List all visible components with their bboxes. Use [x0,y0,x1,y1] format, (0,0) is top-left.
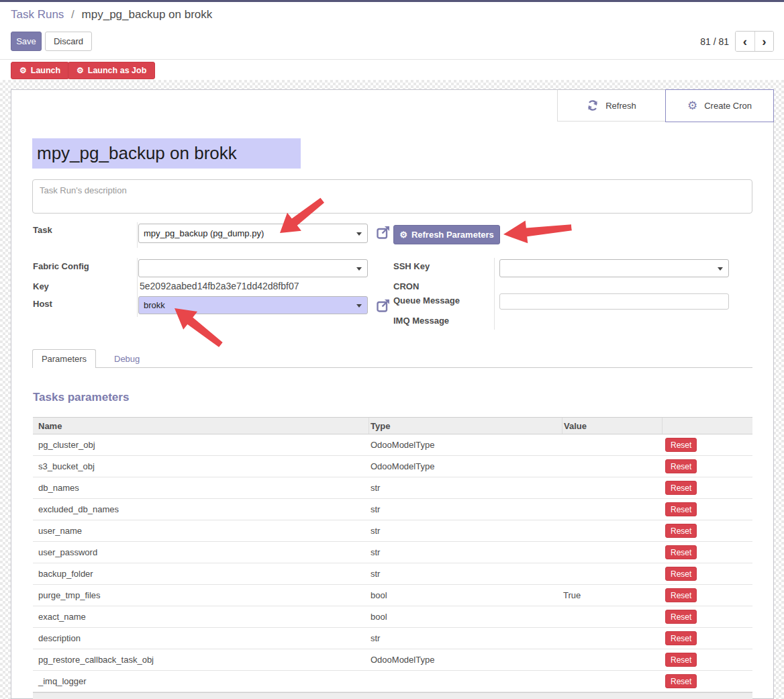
key-field-label: Key [33,281,49,291]
column-header-name[interactable]: Name [33,418,369,434]
table-row: exact_name bool Reset [33,606,752,628]
top-brand-strip [0,0,784,2]
breadcrumb: Task Runs / mpy_pg_backup on brokk [11,8,212,21]
host-select[interactable]: brokk [138,296,368,314]
parameter-name: purge_tmp_files [33,585,369,606]
launch-button[interactable]: ⚙ Launch [11,62,69,79]
parameter-name: user_password [33,542,369,563]
parameter-type [369,671,562,692]
reset-button[interactable]: Reset [665,610,697,624]
column-header-type[interactable]: Type [369,418,562,434]
chevron-right-icon: › [762,34,766,49]
external-link-icon[interactable] [377,299,390,312]
parameter-value [562,649,662,670]
task-select-value: mpy_pg_backup (pg_dump.py) [144,228,264,238]
gear-icon: ⚙ [687,99,697,113]
table-row: description str Reset [33,628,752,649]
pager-buttons: ‹ › [735,31,774,52]
reset-button[interactable]: Reset [665,567,697,581]
caret-down-icon [718,267,723,271]
toolbar-divider [0,59,784,60]
reset-button[interactable]: Reset [665,481,697,495]
parameter-value [562,563,662,584]
parameter-value: True [562,585,662,606]
breadcrumb-parent-link[interactable]: Task Runs [11,8,64,21]
refresh-parameters-button[interactable]: ⚙ Refresh Parameters [393,225,500,244]
parameter-name: s3_bucket_obj [33,456,369,477]
reset-button[interactable]: Reset [665,674,697,688]
queue-message-input[interactable] [499,293,729,310]
table-row: pg_restore_callback_task_obj OdooModelTy… [33,649,752,671]
parameter-type: bool [369,606,562,627]
imq-message-field-label: IMQ Message [393,316,449,326]
caret-down-icon [356,304,362,308]
parameter-name: _imq_logger [33,671,369,692]
breadcrumb-separator: / [71,8,75,21]
parameter-type: OdooModelType [369,434,562,455]
parameter-value [562,606,662,627]
pager-prev-button[interactable]: ‹ [736,32,754,51]
reset-button[interactable]: Reset [665,631,697,645]
reset-button[interactable]: Reset [665,524,697,538]
create-cron-button[interactable]: ⚙ Create Cron [665,89,774,122]
external-link-icon[interactable] [377,226,390,239]
refresh-button-label: Refresh [605,101,636,111]
parameter-type: OdooModelType [369,456,562,477]
caret-down-icon [356,267,362,271]
pager-counter: 81 / 81 [700,36,729,47]
reset-button[interactable]: Reset [665,588,697,602]
reset-button[interactable]: Reset [665,502,697,516]
parameter-value [562,456,662,477]
parameter-type: str [369,628,562,649]
parameter-type: str [369,520,562,541]
refresh-icon [587,99,599,111]
tab-debug[interactable]: Debug [107,349,146,368]
reset-button[interactable]: Reset [665,459,697,473]
pager-next-button[interactable]: › [754,32,773,51]
launch-as-job-button[interactable]: ⚙ Launch as Job [68,62,155,79]
table-row: user_password str Reset [33,542,752,563]
parameter-type: str [369,499,562,520]
parameter-type: str [369,477,562,498]
fabric-config-field-label: Fabric Config [33,261,89,271]
ssh-key-field-label: SSH Key [393,261,430,271]
parameter-name: excluded_db_names [33,499,369,520]
parameter-value [562,520,662,541]
ssh-key-select[interactable] [499,259,729,277]
create-cron-button-label: Create Cron [704,101,752,111]
task-select[interactable]: mpy_pg_backup (pg_dump.py) [138,224,368,243]
save-button[interactable]: Save [11,32,42,51]
smart-button-box: Refresh ⚙ Create Cron [557,90,773,122]
reset-button[interactable]: Reset [665,545,697,559]
parameter-type: str [369,563,562,584]
parameter-value [562,542,662,563]
parameter-value [562,499,662,520]
caret-down-icon [356,232,362,236]
parameters-table-footer [33,692,752,699]
chevron-left-icon: ‹ [743,34,747,49]
refresh-button[interactable]: Refresh [557,90,665,121]
cron-field-label: CRON [393,281,419,291]
column-header-value[interactable]: Value [562,418,662,434]
discard-button[interactable]: Discard [45,32,92,51]
gear-icon: ⚙ [77,66,84,75]
tab-parameters[interactable]: Parameters [32,349,96,368]
record-pager: 81 / 81 ‹ › [691,31,774,52]
table-row: backup_folder str Reset [33,563,752,585]
parameter-name: exact_name [33,606,369,627]
parameter-name: pg_cluster_obj [33,434,369,455]
table-row: purge_tmp_files bool True Reset [33,585,752,606]
parameter-name: pg_restore_callback_task_obj [33,649,369,670]
parameter-value [562,628,662,649]
table-row: db_names str Reset [33,477,752,499]
record-description-input[interactable] [32,179,752,214]
column-header-actions [662,418,752,434]
reset-button[interactable]: Reset [665,438,697,452]
parameter-type: str [369,542,562,563]
parameter-value [562,477,662,498]
tab-parameters-label: Parameters [42,354,87,364]
parameter-name: db_names [33,477,369,498]
fabric-config-select[interactable] [138,259,368,277]
reset-button[interactable]: Reset [665,653,697,667]
record-title-input[interactable] [32,138,301,169]
